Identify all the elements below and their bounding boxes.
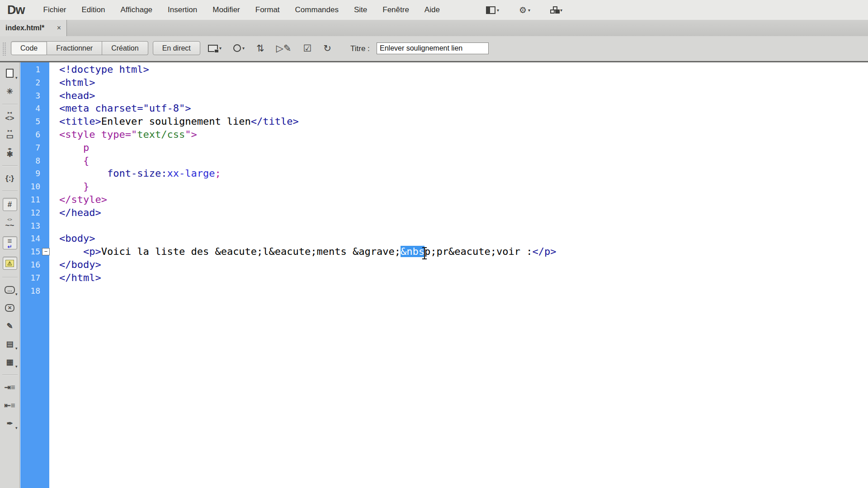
apply-comment-icon[interactable]: …▾: [3, 284, 17, 295]
tab-title: index.html*: [5, 24, 44, 32]
toolbar-grip: [2, 42, 6, 56]
code-line[interactable]: }: [59, 180, 868, 193]
code-line[interactable]: font-size:xx-large;: [59, 167, 868, 180]
dropdown-caret-icon: ▾: [497, 8, 499, 13]
menu-item-site[interactable]: Site: [346, 0, 375, 20]
menu-item-fichier[interactable]: Fichier: [36, 0, 74, 20]
code-token: <style type=": [59, 129, 137, 140]
menu-item-format[interactable]: Format: [248, 0, 288, 20]
dropdown-caret-icon: ▾: [528, 8, 530, 13]
code-line[interactable]: <style type="text/css">: [59, 128, 868, 141]
code-line[interactable]: <head>: [59, 89, 868, 103]
workspace-switcher-icon[interactable]: ▾: [486, 6, 499, 14]
code-line[interactable]: </html>: [59, 272, 868, 285]
outdent-code-icon[interactable]: ⇤≡: [3, 400, 17, 411]
view-button-code[interactable]: Code: [11, 41, 47, 55]
code-token: <head>: [59, 90, 95, 101]
line-number: 2: [20, 76, 40, 89]
expand-all-icon[interactable]: ◂▸✱: [3, 147, 17, 158]
document-toolbar-icons: ▾▾⇅▷✎☑↻: [208, 41, 331, 55]
open-documents-icon[interactable]: ▾: [3, 68, 17, 79]
code-token: }: [59, 181, 89, 192]
code-line[interactable]: [59, 220, 868, 233]
code-line[interactable]: </body>: [59, 258, 868, 272]
menu-bar: Dw FichierEditionAffichageInsertionModif…: [0, 0, 868, 20]
line-number: 13: [20, 220, 40, 233]
code-token: </head>: [59, 207, 101, 218]
remove-comment-icon[interactable]: ✕: [3, 302, 17, 313]
dropdown-caret-icon: ▾: [219, 46, 222, 51]
code-token: <p>: [83, 246, 101, 257]
view-button-cr-ation[interactable]: Création: [102, 41, 148, 55]
view-button-en-direct[interactable]: En direct: [153, 41, 200, 55]
preview-in-browser-icon[interactable]: ▾: [233, 44, 245, 52]
code-line[interactable]: </head>: [59, 206, 868, 220]
syntax-error-alerts-icon[interactable]: ⚠: [3, 257, 17, 270]
code-line[interactable]: <body>: [59, 232, 868, 245]
recent-snippets-icon[interactable]: ▤▾: [3, 338, 17, 349]
balance-braces-icon[interactable]: {:}: [3, 173, 17, 183]
refresh-icon[interactable]: ↻: [323, 43, 331, 53]
code-token: </body>: [59, 259, 101, 270]
dropdown-caret-icon: ▾: [15, 292, 18, 296]
move-convert-css-icon[interactable]: ▦▾: [3, 357, 17, 367]
code-token: </style>: [59, 194, 107, 205]
document-title-input[interactable]: [377, 42, 489, 54]
code-editor[interactable]: 123456789101112131415161718 − <!doctype …: [20, 62, 868, 488]
document-toolbar: CodeFractionnerCréationEn direct ▾▾⇅▷✎☑↻…: [0, 36, 868, 62]
menu-item-aide[interactable]: Aide: [417, 0, 448, 20]
code-line[interactable]: {: [59, 155, 868, 168]
code-line[interactable]: <meta charset="utf-8">: [59, 102, 868, 115]
code-line[interactable]: <html>: [59, 76, 868, 89]
collapse-selection-icon[interactable]: ▸◂▭: [3, 129, 17, 140]
menu-item-commandes[interactable]: Commandes: [288, 0, 346, 20]
wrap-tag-icon[interactable]: ✎: [3, 320, 17, 331]
code-line[interactable]: <p>Voici la liste des &eacute;l&eacute;m…: [59, 245, 868, 258]
code-lines[interactable]: <!doctype html><html><head><meta charset…: [59, 63, 868, 297]
multiscreen-preview-icon[interactable]: ▾: [208, 45, 222, 52]
menu-item-modifier[interactable]: Modifier: [205, 0, 247, 20]
code-line[interactable]: [59, 285, 868, 298]
indent-code-icon[interactable]: ⇥≡: [3, 382, 17, 393]
highlight-invalid-code-icon[interactable]: <>~~: [3, 218, 17, 229]
word-wrap-icon[interactable]: ≡↵: [3, 236, 17, 249]
code-fold-toggle[interactable]: −: [42, 248, 50, 255]
document-title-label: Titre :: [350, 36, 370, 61]
tab-close-icon[interactable]: ×: [57, 24, 61, 32]
dropdown-caret-icon: ▾: [15, 346, 18, 351]
line-number: 8: [20, 155, 40, 168]
check-page-icon[interactable]: ☑: [303, 43, 311, 53]
file-management-icon[interactable]: ⇅: [256, 43, 264, 53]
toolbar-separator: [2, 277, 18, 278]
code-line[interactable]: </style>: [59, 193, 868, 206]
line-number: 7: [20, 141, 40, 155]
line-number: 9: [20, 167, 40, 180]
code-line[interactable]: <title>Enlever soulignement lien</title>: [59, 115, 868, 128]
menu-item-fen-tre[interactable]: Fenêtre: [375, 0, 417, 20]
line-number: 6: [20, 128, 40, 141]
format-source-code-icon[interactable]: ✒▾: [3, 418, 17, 429]
code-line[interactable]: <!doctype html>: [59, 63, 868, 76]
dropdown-caret-icon: ▾: [242, 46, 245, 51]
menu-item-edition[interactable]: Edition: [74, 0, 113, 20]
line-numbers-icon[interactable]: #: [3, 198, 17, 211]
code-token: </title>: [251, 116, 299, 127]
tab-index-html[interactable]: index.html* ×: [0, 20, 67, 36]
settings-gear-icon[interactable]: ⚙▾: [519, 6, 530, 14]
collapse-full-tag-icon[interactable]: ▸◂<>: [3, 111, 17, 122]
code-navigator-icon[interactable]: ✳: [3, 86, 17, 97]
site-files-icon[interactable]: ▾: [550, 6, 562, 14]
line-number-gutter: 123456789101112131415161718: [20, 62, 49, 488]
line-number: 18: [20, 285, 40, 298]
code-line[interactable]: p: [59, 141, 868, 155]
menu-item-insertion[interactable]: Insertion: [160, 0, 205, 20]
view-mode-buttons: CodeFractionnerCréationEn direct: [11, 41, 200, 55]
code-token: ">: [185, 129, 197, 140]
code-token: ;: [215, 168, 221, 179]
line-number: 10: [20, 180, 40, 193]
view-button-fractionner[interactable]: Fractionner: [47, 41, 102, 55]
menu-item-affichage[interactable]: Affichage: [113, 0, 160, 20]
line-number: 12: [20, 206, 40, 220]
code-token: </p>: [532, 246, 556, 257]
live-code-icon[interactable]: ▷✎: [276, 43, 292, 53]
